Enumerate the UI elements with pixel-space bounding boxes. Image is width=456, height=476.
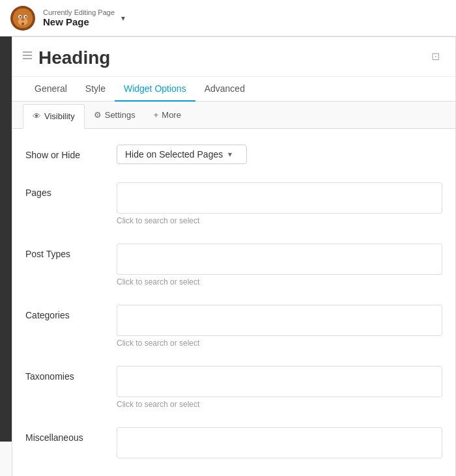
- eye-icon: 👁: [33, 111, 41, 121]
- sub-tab-visibility-label: Visibility: [44, 111, 75, 121]
- show-hide-field: Hide on Selected Pages ▾: [117, 145, 442, 164]
- chevron-down-icon[interactable]: ▾: [121, 14, 125, 23]
- categories-hint: Click to search or select: [117, 339, 442, 348]
- miscellaneous-input[interactable]: [117, 427, 442, 458]
- svg-point-6: [21, 18, 24, 20]
- taxonomies-field: Click to search or select: [117, 366, 442, 409]
- show-hide-value: Hide on Selected Pages: [125, 149, 223, 160]
- panel-header: Heading ⊡: [12, 37, 455, 77]
- tab-general[interactable]: General: [25, 77, 76, 102]
- miscellaneous-field: [117, 427, 442, 458]
- tab-advanced[interactable]: Advanced: [195, 77, 254, 102]
- tab-style[interactable]: Style: [76, 77, 115, 102]
- pages-row: Pages Click to search or select: [25, 182, 442, 225]
- categories-row: Categories Click to search or select: [25, 305, 442, 348]
- taxonomies-hint: Click to search or select: [117, 400, 442, 409]
- post-types-label: Post Types: [25, 244, 117, 259]
- show-hide-row: Show or Hide Hide on Selected Pages ▾: [25, 145, 442, 164]
- top-bar: Currently Editing Page New Page ▾: [0, 0, 456, 36]
- svg-point-9: [27, 10, 31, 16]
- taxonomies-row: Taxonomies Click to search or select: [25, 366, 442, 409]
- miscellaneous-row: Miscellaneous: [25, 427, 442, 458]
- content-area: Show or Hide Hide on Selected Pages ▾ Pa…: [12, 129, 455, 476]
- pages-input[interactable]: [117, 182, 442, 214]
- widget-panel: Heading ⊡ General Style Widget Options A…: [12, 36, 456, 476]
- collapse-icon: ⊡: [431, 51, 440, 62]
- svg-point-8: [14, 10, 19, 16]
- tab-widget-options[interactable]: Widget Options: [115, 77, 195, 102]
- page-name: New Page: [43, 16, 115, 27]
- svg-rect-7: [21, 22, 23, 24]
- collapse-button[interactable]: ⊡: [429, 48, 442, 65]
- sub-tab-settings[interactable]: ⚙ Settings: [85, 104, 145, 128]
- left-dark-bar: [0, 36, 12, 476]
- sub-tab-more[interactable]: + More: [145, 104, 190, 128]
- miscellaneous-label: Miscellaneous: [25, 427, 117, 443]
- svg-point-5: [25, 16, 27, 18]
- dropdown-arrow-icon: ▾: [228, 150, 232, 159]
- taxonomies-label: Taxonomies: [25, 366, 117, 382]
- sub-tab-more-label: More: [162, 110, 181, 120]
- panel-title: Heading: [38, 48, 429, 68]
- avatar: [10, 6, 35, 31]
- post-types-field: Click to search or select: [117, 244, 442, 287]
- pages-field: Click to search or select: [117, 182, 442, 225]
- editing-label: Currently Editing Page: [43, 8, 115, 16]
- categories-input[interactable]: [117, 305, 442, 336]
- post-types-row: Post Types Click to search or select: [25, 244, 442, 287]
- pages-hint: Click to search or select: [117, 216, 442, 225]
- categories-field: Click to search or select: [117, 305, 442, 348]
- show-hide-label: Show or Hide: [25, 145, 117, 160]
- categories-label: Categories: [25, 305, 117, 320]
- sub-tabs: 👁 Visibility ⚙ Settings + More: [12, 102, 455, 129]
- svg-point-4: [20, 16, 21, 18]
- post-types-input[interactable]: [117, 244, 442, 275]
- top-bar-text: Currently Editing Page New Page: [43, 8, 115, 27]
- sub-tab-visibility[interactable]: 👁 Visibility: [23, 104, 85, 129]
- main-tabs: General Style Widget Options Advanced: [12, 77, 455, 102]
- pages-label: Pages: [25, 182, 117, 198]
- plus-icon: +: [154, 110, 159, 120]
- show-hide-dropdown[interactable]: Hide on Selected Pages ▾: [117, 145, 247, 164]
- settings-icon: ⚙: [94, 110, 102, 120]
- sub-tab-settings-label: Settings: [105, 110, 135, 120]
- taxonomies-input[interactable]: [117, 366, 442, 397]
- post-types-hint: Click to search or select: [117, 277, 442, 287]
- drag-handle[interactable]: [23, 51, 32, 59]
